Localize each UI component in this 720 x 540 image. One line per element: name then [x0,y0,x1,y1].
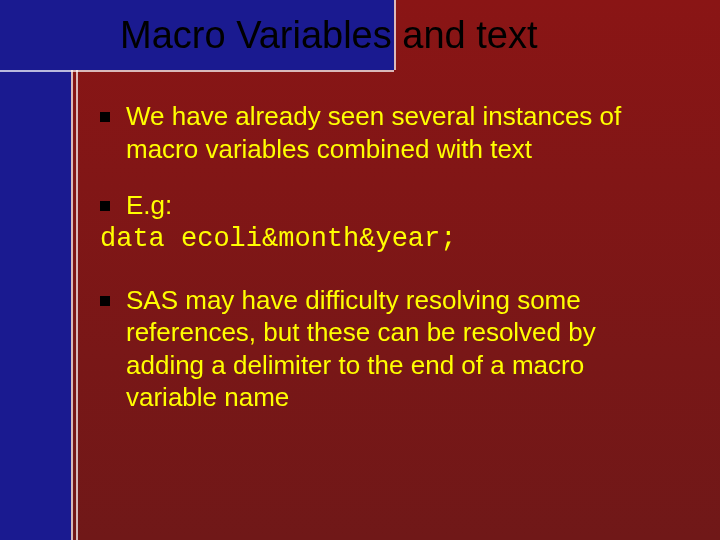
bullet-icon [100,112,110,122]
sidebar-line-2 [76,0,78,540]
slide-body: We have already seen several instances o… [100,100,680,438]
sidebar-line-1 [71,0,73,540]
code-line: data ecoli&month&year; [100,224,680,254]
slide-title: Macro Variables and text [120,14,538,57]
bullet-item: E.g: [100,189,680,222]
bullet-icon [100,201,110,211]
bullet-icon [100,296,110,306]
bullet-text: E.g: [126,189,680,222]
header-line-bottom [0,70,394,72]
bullet-item: We have already seen several instances o… [100,100,680,165]
bullet-text: SAS may have difficulty resolving some r… [126,284,680,414]
slide: Macro Variables and text We have already… [0,0,720,540]
bullet-item: SAS may have difficulty resolving some r… [100,284,680,414]
sidebar-decoration [0,0,71,540]
bullet-text: We have already seen several instances o… [126,100,680,165]
